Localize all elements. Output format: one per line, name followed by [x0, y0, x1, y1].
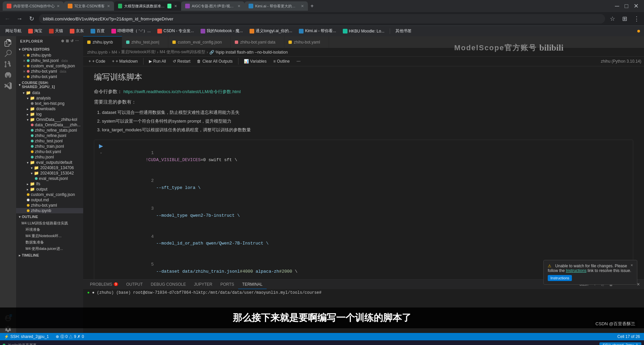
status-branch[interactable]: ⊕ ⓪ 0 △ 9 ✗ 0 — [54, 334, 86, 340]
close-file4-icon[interactable]: ✕ — [23, 70, 25, 73]
panel-tab-problems[interactable]: PROBLEMS 9 — [86, 280, 122, 289]
file-refine-jsonl[interactable]: zhihu_refine.jsonl — [16, 133, 83, 138]
bookmark-bilibili[interactable]: 哔哩哔哩（ ᵔ-ᵔ）... — [109, 27, 153, 34]
bc-2[interactable]: M4 — [112, 50, 117, 55]
run-all-button[interactable]: ▶ Run All — [146, 58, 169, 65]
bookmark-jd[interactable]: 京东 — [67, 27, 87, 34]
minimize-button[interactable]: ─ — [615, 3, 619, 10]
bookmark-kimi[interactable]: Kimi.ai - 帮你看... — [296, 27, 339, 34]
restart-button[interactable]: ↺ Restart — [170, 58, 193, 65]
explorer-icon[interactable] — [4, 39, 12, 47]
outline-section[interactable]: ▾ OUTLINE — [16, 213, 83, 220]
tab-4[interactable]: AIGC专题-图片/声音/视频/Ager... ✕ — [181, 1, 245, 11]
tab3-mute[interactable] — [167, 4, 171, 8]
search-icon[interactable] — [4, 50, 12, 58]
tab-5[interactable]: Kimi.ai - 帮你看更大的世界 ✕ — [245, 1, 308, 11]
notification-close-button[interactable]: × — [631, 263, 633, 268]
file-hist-png[interactable]: text_len-hist.png — [16, 101, 83, 106]
outline-item-2[interactable]: M4 重启Notebook环... — [16, 233, 83, 239]
bookmark-others[interactable]: 其他书签 — [393, 27, 414, 34]
panel-tab-jupyter[interactable]: JUPYTER — [190, 280, 216, 289]
outline-button[interactable]: ≡ Outline — [271, 58, 292, 65]
editor-tab-bot-yaml[interactable]: zhihu-bot.yaml data ✕ — [231, 36, 284, 48]
add-markdown-button[interactable]: + + Markdown — [109, 58, 141, 65]
tab-2[interactable]: 写文章-CSDN博客 ✕ — [64, 1, 114, 11]
add-code-button[interactable]: + + Code — [86, 58, 108, 65]
panel-tab-output[interactable]: OUTPUT — [122, 280, 147, 289]
tab5-close[interactable]: ✕ — [301, 4, 304, 8]
close-file5-icon[interactable]: ✕ — [23, 75, 25, 79]
folder-lfs[interactable]: ▸ 📁 lfs — [16, 181, 83, 187]
tab1-close[interactable]: ✕ — [57, 4, 60, 8]
timeline-section[interactable]: ▸ TIMELINE — [16, 252, 83, 259]
bookmark-notebook[interactable]: 我的Notebook - 魔... — [198, 27, 246, 34]
run-cell-button[interactable]: ▶ — [99, 143, 103, 149]
file-custom-eval[interactable]: custom_eval_config.json — [16, 192, 83, 197]
collapse-explorer-icon[interactable]: ⋯ — [75, 39, 79, 43]
folder-downloads[interactable]: ▸ 📁 downloads — [16, 106, 83, 112]
maximize-button[interactable]: □ — [625, 3, 628, 10]
back-button[interactable]: ← — [3, 14, 12, 23]
tab-1[interactable]: 内容管理-CSDN创作中心 ✕ — [3, 1, 64, 11]
open-file-bot-yaml2[interactable]: ✕ zhihu-bot.yaml — [16, 74, 83, 79]
bookmark-hkbu[interactable]: HKBU Moodle: Lo... — [340, 28, 387, 34]
status-cell-info[interactable]: Cell 17 of 26 — [616, 334, 641, 339]
outline-item-4[interactable]: M4 使用data-juicer进... — [16, 246, 83, 252]
refresh-explorer-icon[interactable]: ↺ — [70, 39, 74, 43]
tab-3[interactable]: 大模型微调实践数据准备/训... ✕ — [114, 1, 181, 11]
folder-eval-outputs[interactable]: ▾ 📁 eval_outputs/default — [16, 160, 83, 165]
debug-icon[interactable] — [4, 71, 12, 79]
variables-button[interactable]: 📊 Variables — [241, 58, 269, 65]
file-test-jsonl[interactable]: zhihu_test.jsonl — [16, 138, 83, 144]
instructions-link[interactable]: Instructions — [566, 268, 586, 273]
file-zhihu-jsonl[interactable]: zhihu.jsonl — [16, 154, 83, 160]
open-file-test-jsonl[interactable]: ✕ zhihu_test.jsonl data — [16, 58, 83, 63]
folder-analysis[interactable]: ▾ 📁 analysis — [16, 95, 83, 101]
outline-item-1[interactable]: 环境准备 — [16, 226, 83, 233]
bookmark-nav[interactable]: 网址导航 — [3, 27, 24, 34]
bookmark-tianmao[interactable]: 天猫 — [46, 27, 66, 34]
bc-1[interactable]: zhihu.ipynb — [87, 50, 108, 55]
open-file-bot-yaml[interactable]: ✕ zhihu-bot.yaml data — [16, 69, 83, 74]
editor-tab-zhihu[interactable]: zhihu.ipynb ✕ — [83, 36, 122, 48]
menu-button[interactable]: ⋮ — [632, 14, 641, 23]
close-file2-icon[interactable]: ✕ — [23, 59, 25, 63]
clear-outputs-button[interactable]: 🗑 Clear All Outputs — [194, 58, 235, 65]
editor-tab-eval-config[interactable]: custom_eval_config.json ✕ — [168, 36, 231, 48]
panel-tab-debug[interactable]: DEBUG CONSOLE — [147, 280, 190, 289]
source-control-icon[interactable] — [4, 60, 12, 68]
ssh-status-button[interactable]: SSH: shared_2gpu_1 — [599, 342, 641, 345]
editor-tab-bot-yaml2[interactable]: zhihu-bot.yaml ✕ — [284, 36, 329, 48]
open-file-eval-config[interactable]: ✕ custom_eval_config.json — [16, 63, 83, 69]
instructions-button[interactable]: Instructions — [548, 275, 572, 281]
outline-item-0[interactable]: M4 LLM训练全链路最佳实践 — [16, 220, 83, 226]
file-bot-yaml-inner[interactable]: zhihu-bot.yaml — [16, 149, 83, 154]
bookmark-tongyi[interactable]: 通义tongyi.ai_你的... — [247, 27, 295, 34]
bookmark-csdn[interactable]: CSDN - 专业发... — [155, 27, 197, 34]
close-file3-icon[interactable]: ✕ — [23, 64, 25, 68]
new-tab-button[interactable]: + — [308, 3, 316, 9]
new-file-icon[interactable]: ⊕ — [61, 39, 64, 43]
tab4-close[interactable]: ✕ — [237, 4, 240, 8]
bc-3[interactable]: 重启Notebook环境! — [121, 49, 156, 55]
address-bar[interactable]: bilibili.com/video/BV1vuWpezEKx/?p=21&sp… — [39, 14, 605, 23]
bc-5[interactable]: 🔗 %pip install flash-attn --no-build-iso… — [209, 50, 288, 55]
course-section[interactable]: ▾ COURSE [SSH: SHARED_2GPU_1] — [16, 79, 83, 90]
folder-data[interactable]: ▾ 📁 data — [16, 90, 83, 95]
bookmark-taobao[interactable]: 淘宝 — [25, 27, 45, 34]
file-eval-result[interactable]: eval_result.jsonl — [16, 176, 83, 181]
folder-20240819-1[interactable]: ▾ 📁 20240819_134706 — [16, 165, 83, 170]
forward-button[interactable]: → — [15, 14, 24, 23]
close-window-button[interactable]: ✕ — [634, 2, 639, 10]
bc-4[interactable]: M4 使用ms-swift训练模型 — [160, 49, 205, 55]
tab2-close[interactable]: ✕ — [107, 4, 110, 8]
panel-tab-ports[interactable]: PORTS — [216, 280, 238, 289]
panel-tab-terminal[interactable]: TERMINAL — [238, 280, 267, 289]
refresh-button[interactable]: ↻ — [27, 14, 36, 23]
open-editors-section[interactable]: ▾ OPEN EDITORS — [16, 46, 83, 53]
new-folder-icon[interactable]: ⊞ — [66, 39, 69, 43]
close-file-icon[interactable]: ✕ — [23, 54, 25, 57]
folder-omnidata[interactable]: ▾ 📁 OmniData___zhihu-kol — [16, 117, 83, 122]
folder-output[interactable]: ▸ 📁 output — [16, 187, 83, 192]
folder-20240819-2[interactable]: ▾ 📁 20240819_153042 — [16, 170, 83, 176]
